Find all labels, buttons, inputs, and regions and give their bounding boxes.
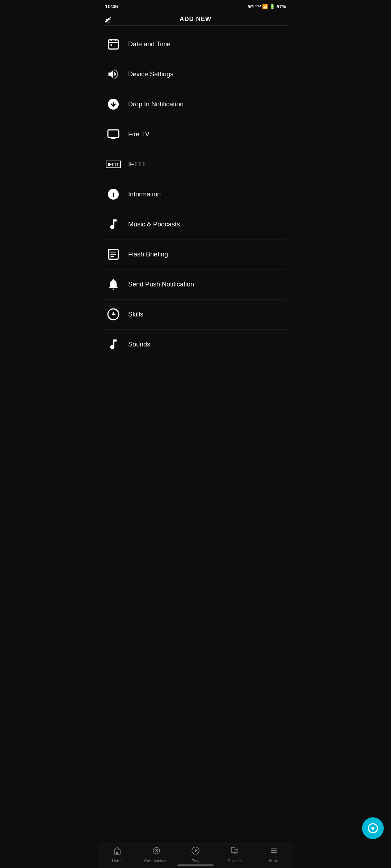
svg-rect-6	[108, 130, 119, 137]
drop-in-label: Drop In Notification	[128, 101, 184, 108]
svg-rect-15	[109, 250, 112, 259]
time-display: 10:46	[105, 4, 118, 9]
devices-nav-label: Devices	[227, 859, 241, 863]
battery-icon: 🔋	[269, 4, 275, 9]
sounds-label: Sounds	[128, 341, 150, 348]
menu-list: Date and Time Device Settings Drop In No…	[98, 26, 293, 388]
menu-item-fire-tv[interactable]: Fire TV	[98, 119, 293, 149]
menu-item-sounds[interactable]: Sounds	[98, 329, 293, 359]
svg-rect-5	[111, 44, 113, 46]
device-settings-label: Device Settings	[128, 71, 173, 78]
push-notification-label: Send Push Notification	[128, 281, 194, 288]
svg-point-30	[233, 852, 234, 852]
menu-item-date-time[interactable]: Date and Time	[98, 29, 293, 59]
skills-icon	[105, 306, 122, 323]
page-title: ADD NEW	[180, 16, 211, 23]
status-right: 5G⁺ᴴᴰ 📶 🔋 57%	[248, 4, 286, 9]
menu-item-music-podcasts[interactable]: Music & Podcasts	[98, 209, 293, 239]
header: ← ADD NEW	[98, 12, 293, 25]
music-podcasts-label: Music & Podcasts	[128, 221, 180, 228]
play-icon	[191, 846, 200, 857]
svg-point-19	[112, 313, 114, 315]
communicate-nav-label: Communicate	[144, 859, 169, 863]
ifttt-icon: IFTTT	[105, 156, 122, 173]
speaker-icon	[105, 66, 122, 82]
home-nav-label: Home	[112, 859, 122, 863]
menu-item-information[interactable]: i Information	[98, 179, 293, 209]
nav-item-play[interactable]: Play	[176, 846, 215, 863]
sounds-icon	[105, 336, 122, 353]
date-time-label: Date and Time	[128, 41, 171, 48]
svg-marker-26	[195, 849, 198, 852]
nav-item-more[interactable]: More	[254, 846, 293, 863]
svg-rect-21	[116, 852, 118, 854]
menu-item-ifttt[interactable]: IFTTT IFTTT	[98, 149, 293, 179]
menu-item-drop-in[interactable]: Drop In Notification	[98, 89, 293, 119]
calendar-icon	[105, 36, 122, 52]
menu-item-device-settings[interactable]: Device Settings	[98, 59, 293, 89]
nav-item-communicate[interactable]: Communicate	[137, 846, 176, 863]
home-indicator	[177, 864, 214, 866]
communicate-icon	[152, 846, 161, 857]
skills-label: Skills	[128, 311, 143, 318]
information-label: Information	[128, 191, 161, 198]
edit-icon	[104, 15, 113, 26]
flash-briefing-label: Flash Briefing	[128, 251, 168, 258]
nav-item-devices[interactable]: Devices	[215, 846, 254, 863]
tv-icon	[105, 126, 122, 142]
svg-rect-1	[109, 40, 118, 49]
menu-item-flash-briefing[interactable]: Flash Briefing	[98, 239, 293, 269]
download-icon	[105, 96, 122, 112]
svg-rect-27	[231, 847, 235, 852]
newspaper-icon	[105, 246, 122, 263]
menu-item-push-notification[interactable]: Send Push Notification	[98, 269, 293, 299]
play-nav-label: Play	[192, 859, 199, 863]
home-icon	[113, 846, 122, 857]
signal-bars-icon: 📶	[262, 4, 268, 9]
menu-item-skills[interactable]: Skills	[98, 299, 293, 329]
ifttt-label: IFTTT	[128, 161, 146, 168]
signal-indicator: 5G⁺ᴴᴰ	[248, 4, 261, 9]
svg-text:i: i	[112, 190, 114, 199]
devices-icon	[230, 846, 239, 857]
svg-point-24	[156, 850, 157, 851]
status-bar: 10:46 5G⁺ᴴᴰ 📶 🔋 57%	[98, 0, 293, 12]
more-nav-label: More	[269, 859, 278, 863]
more-icon	[269, 846, 278, 857]
music-icon	[105, 216, 122, 233]
info-icon: i	[105, 186, 122, 203]
bell-icon	[105, 276, 122, 293]
svg-rect-28	[235, 850, 238, 852]
fire-tv-label: Fire TV	[128, 131, 150, 138]
ifttt-text: IFTTT	[106, 161, 121, 168]
nav-item-home[interactable]: Home	[98, 846, 137, 863]
battery-percent: 57%	[277, 4, 286, 9]
